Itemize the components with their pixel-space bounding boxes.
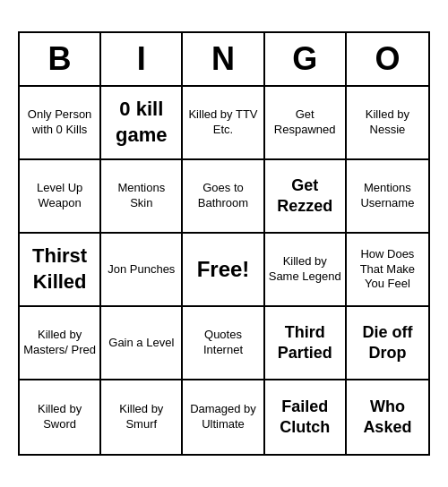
bingo-cell: Killed by Same Legend bbox=[265, 234, 347, 307]
bingo-cell: Only Person with 0 Kills bbox=[20, 87, 101, 160]
header-letter: G bbox=[265, 33, 347, 85]
bingo-cell: Who Asked bbox=[347, 380, 428, 454]
bingo-cell: Damaged by Ultimate bbox=[183, 380, 264, 454]
bingo-cell: Killed by Sword bbox=[20, 380, 101, 454]
header-letter: B bbox=[20, 33, 101, 85]
bingo-cell: 0 kill game bbox=[101, 87, 183, 160]
header-letter: I bbox=[101, 33, 183, 85]
bingo-cell: Third Partied bbox=[265, 307, 347, 380]
bingo-cell: Get Rezzed bbox=[265, 160, 347, 234]
bingo-cell: Quotes Internet bbox=[183, 307, 264, 380]
bingo-cell: Mentions Username bbox=[347, 160, 428, 234]
bingo-cell: Killed by Nessie bbox=[347, 87, 428, 160]
bingo-card: BINGO Only Person with 0 Kills0 kill gam… bbox=[18, 31, 430, 456]
bingo-cell: Free! bbox=[183, 234, 264, 307]
bingo-cell: Killed by Masters/ Pred bbox=[20, 307, 101, 380]
header-letter: N bbox=[183, 33, 264, 85]
bingo-cell: Die off Drop bbox=[347, 307, 428, 380]
bingo-cell: Jon Punches bbox=[101, 234, 183, 307]
bingo-cell: How Does That Make You Feel bbox=[347, 234, 428, 307]
bingo-cell: Killed by Smurf bbox=[101, 380, 183, 454]
bingo-cell: Goes to Bathroom bbox=[183, 160, 264, 234]
header-letter: O bbox=[347, 33, 428, 85]
bingo-header: BINGO bbox=[20, 33, 428, 87]
bingo-cell: Thirst Killed bbox=[20, 234, 101, 307]
bingo-cell: Mentions Skin bbox=[101, 160, 183, 234]
bingo-cell: Failed Clutch bbox=[265, 380, 347, 454]
bingo-grid: Only Person with 0 Kills0 kill gameKille… bbox=[20, 87, 428, 454]
bingo-cell: Level Up Weapon bbox=[20, 160, 101, 234]
bingo-cell: Killed by TTV Etc. bbox=[183, 87, 264, 160]
bingo-cell: Gain a Level bbox=[101, 307, 183, 380]
bingo-cell: Get Respawned bbox=[265, 87, 347, 160]
